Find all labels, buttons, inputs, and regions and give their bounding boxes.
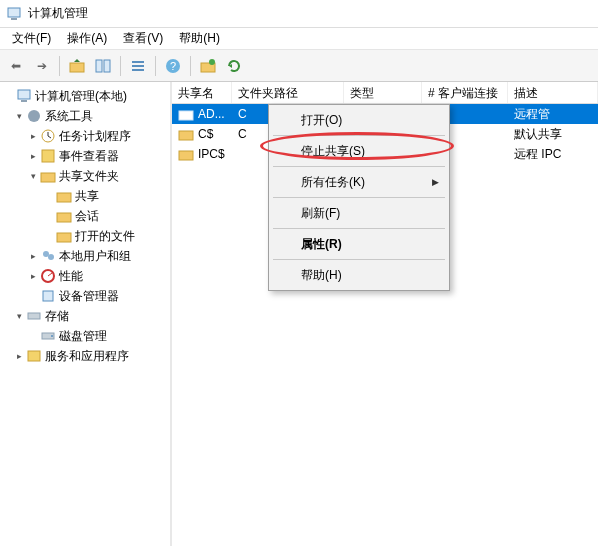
ctx-all-tasks[interactable]: 所有任务(K)▶ xyxy=(271,170,447,194)
ctx-help[interactable]: 帮助(H) xyxy=(271,263,447,287)
show-hide-button[interactable] xyxy=(91,54,115,78)
ctx-separator xyxy=(273,166,445,167)
twisty-collapsed-icon[interactable]: ▸ xyxy=(26,149,40,163)
share-icon xyxy=(178,146,194,162)
arrow-left-icon: ⬅ xyxy=(11,59,21,73)
twisty-expanded-icon[interactable]: ▾ xyxy=(12,109,26,123)
tree-label: 计算机管理(本地) xyxy=(35,88,127,105)
storage-icon xyxy=(26,308,42,324)
svg-rect-14 xyxy=(18,90,30,99)
svg-rect-27 xyxy=(43,291,53,301)
twisty-icon xyxy=(26,289,40,303)
svg-rect-1 xyxy=(11,18,17,20)
clock-icon xyxy=(40,128,56,144)
share-icon xyxy=(178,126,194,142)
ctx-properties[interactable]: 属性(R) xyxy=(271,232,447,256)
tree-task-scheduler[interactable]: ▸ 任务计划程序 xyxy=(2,126,168,146)
ctx-stop-sharing[interactable]: 停止共享(S) xyxy=(271,139,447,163)
back-button[interactable]: ⬅ xyxy=(4,54,28,78)
twisty-icon xyxy=(42,189,56,203)
menu-file[interactable]: 文件(F) xyxy=(4,28,59,49)
cell-share-name: C$ xyxy=(172,124,232,144)
list-icon xyxy=(130,58,146,74)
up-button[interactable] xyxy=(65,54,89,78)
toolbar-separator xyxy=(190,56,191,76)
svg-point-30 xyxy=(51,335,53,337)
cell-desc: 远程管 xyxy=(508,104,598,125)
svg-rect-19 xyxy=(41,173,55,182)
cell-text: AD... xyxy=(198,107,225,121)
ctx-label: 属性(R) xyxy=(301,236,342,253)
tree-disk-mgmt[interactable]: 磁盘管理 xyxy=(2,326,168,346)
svg-rect-32 xyxy=(179,111,193,120)
ctx-open[interactable]: 打开(O) xyxy=(271,108,447,132)
twisty-collapsed-icon[interactable]: ▸ xyxy=(12,349,26,363)
tree-device-manager[interactable]: 设备管理器 xyxy=(2,286,168,306)
users-icon xyxy=(40,248,56,264)
svg-rect-7 xyxy=(132,65,144,67)
col-folder-path[interactable]: 文件夹路径 xyxy=(232,82,344,103)
menu-view[interactable]: 查看(V) xyxy=(115,28,171,49)
tree-shares[interactable]: 共享 xyxy=(2,186,168,206)
cell-share-name: IPC$ xyxy=(172,144,232,164)
svg-rect-2 xyxy=(70,63,84,72)
forward-button[interactable]: ➔ xyxy=(30,54,54,78)
export-button[interactable] xyxy=(126,54,150,78)
help-button[interactable]: ? xyxy=(161,54,185,78)
ctx-label: 所有任务(K) xyxy=(301,174,365,191)
tree-performance[interactable]: ▸ 性能 xyxy=(2,266,168,286)
ctx-separator xyxy=(273,135,445,136)
svg-rect-28 xyxy=(28,313,40,319)
menu-help[interactable]: 帮助(H) xyxy=(171,28,228,49)
tree-label: 服务和应用程序 xyxy=(45,348,129,365)
context-menu: 打开(O) 停止共享(S) 所有任务(K)▶ 刷新(F) 属性(R) 帮助(H) xyxy=(268,104,450,291)
svg-rect-21 xyxy=(57,213,71,222)
col-desc[interactable]: 描述 xyxy=(508,82,598,103)
svg-point-16 xyxy=(28,110,40,122)
ctx-refresh[interactable]: 刷新(F) xyxy=(271,201,447,225)
cell-share-name: AD... xyxy=(172,104,232,124)
svg-text:?: ? xyxy=(170,60,176,72)
tree-sessions[interactable]: 会话 xyxy=(2,206,168,226)
list-panel: 共享名 文件夹路径 类型 # 客户端连接 描述 AD...Cs0远程管C$Cs0… xyxy=(172,82,598,546)
col-share-name[interactable]: 共享名 xyxy=(172,82,232,103)
tree-label: 任务计划程序 xyxy=(59,128,131,145)
twisty-expanded-icon[interactable]: ▾ xyxy=(12,309,26,323)
twisty-expanded-icon[interactable]: ▾ xyxy=(26,169,40,183)
tree-event-viewer[interactable]: ▸ 事件查看器 xyxy=(2,146,168,166)
new-share-button[interactable] xyxy=(196,54,220,78)
arrow-right-icon: ➔ xyxy=(37,59,47,73)
tree-root[interactable]: 计算机管理(本地) xyxy=(2,86,168,106)
twisty-icon[interactable] xyxy=(2,89,16,103)
twisty-collapsed-icon[interactable]: ▸ xyxy=(26,129,40,143)
svg-rect-0 xyxy=(8,8,20,17)
perf-icon xyxy=(40,268,56,284)
toolbar-separator xyxy=(155,56,156,76)
svg-rect-34 xyxy=(179,151,193,160)
svg-rect-22 xyxy=(57,233,71,242)
tree-label: 性能 xyxy=(59,268,83,285)
tree-shared-folders[interactable]: ▾ 共享文件夹 xyxy=(2,166,168,186)
tree-system-tools[interactable]: ▾ 系统工具 xyxy=(2,106,168,126)
tree-label: 共享 xyxy=(75,188,99,205)
panels-icon xyxy=(95,58,111,74)
menu-action[interactable]: 操作(A) xyxy=(59,28,115,49)
tree-panel[interactable]: 计算机管理(本地) ▾ 系统工具 ▸ 任务计划程序 ▸ 事件查看器 ▾ 共享文件… xyxy=(0,82,172,546)
col-clients[interactable]: # 客户端连接 xyxy=(422,82,508,103)
help-icon: ? xyxy=(165,58,181,74)
twisty-collapsed-icon[interactable]: ▸ xyxy=(26,249,40,263)
refresh-button[interactable] xyxy=(222,54,246,78)
folder-icon xyxy=(56,188,72,204)
tree-open-files[interactable]: 打开的文件 xyxy=(2,226,168,246)
svg-rect-5 xyxy=(104,60,110,72)
tree-local-users[interactable]: ▸ 本地用户和组 xyxy=(2,246,168,266)
main-split: 计算机管理(本地) ▾ 系统工具 ▸ 任务计划程序 ▸ 事件查看器 ▾ 共享文件… xyxy=(0,82,598,546)
share-icon xyxy=(40,168,56,184)
tree-label: 共享文件夹 xyxy=(59,168,119,185)
ctx-label: 打开(O) xyxy=(301,112,342,129)
tree-services-apps[interactable]: ▸ 服务和应用程序 xyxy=(2,346,168,366)
twisty-icon xyxy=(26,329,40,343)
tree-storage[interactable]: ▾ 存储 xyxy=(2,306,168,326)
col-type[interactable]: 类型 xyxy=(344,82,422,103)
twisty-collapsed-icon[interactable]: ▸ xyxy=(26,269,40,283)
